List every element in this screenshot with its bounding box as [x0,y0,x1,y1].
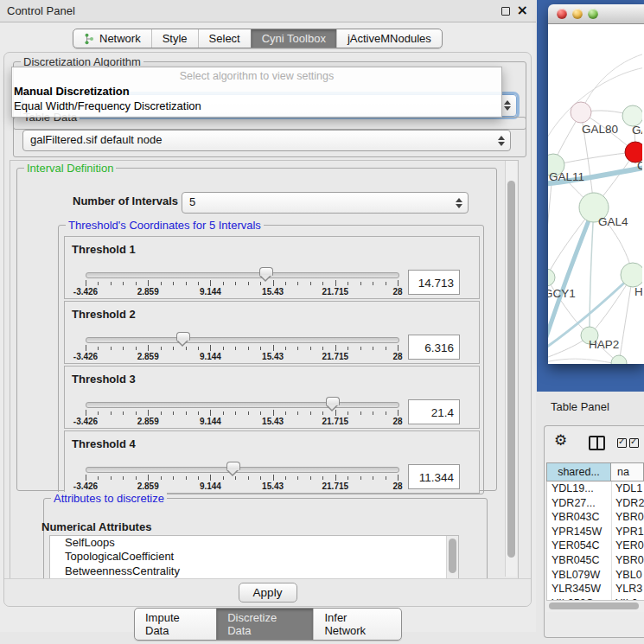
tab-cyni-toolbox[interactable]: Cyni Toolbox [251,29,336,48]
table-header-shared[interactable]: shared... [546,462,611,481]
slider-track[interactable] [86,337,399,343]
network-edge[interactable] [548,359,619,363]
number-of-intervals-label: Number of Intervals [73,194,178,207]
node-label: H [634,285,642,298]
table-row[interactable]: YPR145WYPR1 [547,525,644,539]
table-row[interactable]: YDL19...YDL1 [547,481,644,496]
threshold-box: Threshold 3 -3.4262.8599.14415.4321.7152… [64,366,480,429]
table-body: YDL19...YDL1YDR27...YDR2YBR043CYBR0YPR14… [546,481,644,600]
list-item[interactable]: TopologicalCoefficient [50,550,458,564]
node-label: C [637,159,642,172]
table-row[interactable]: YBL079WYBL0 [547,568,644,583]
tab-select[interactable]: Select [198,29,251,48]
tab-label: jActiveMNodules [348,32,431,45]
slider-track[interactable] [86,467,399,473]
minimize-traffic-light-icon[interactable] [572,9,583,19]
tab-infer-network[interactable]: Infer Network [313,609,401,640]
table-row[interactable]: YLR345WYLR3 [547,582,644,596]
combo-stepper-icon [504,100,511,111]
dropdown-option-manual-discretization[interactable]: Manual Discretization [14,85,130,98]
bottom-tab-bar: Impute DataDiscretize DataInfer Network [134,608,402,641]
close-icon[interactable]: × [517,2,528,18]
dropdown-hint: Select algorithm to view settings [12,70,501,82]
table-row[interactable]: YDR27...YDR2 [547,496,644,511]
close-traffic-light-icon[interactable] [557,9,567,19]
number-of-intervals-combobox[interactable]: 5 [182,192,469,214]
group-title: Attributes to discretize [51,492,167,505]
apply-button[interactable]: Apply [239,583,297,603]
float-window-icon[interactable] [501,7,510,16]
network-node[interactable] [611,355,627,364]
zoom-traffic-light-icon[interactable] [588,9,598,19]
tab-jactivemnodules[interactable]: jActiveMNodules [336,29,442,48]
slider-thumb[interactable] [326,397,340,405]
tab-label: Select [209,32,240,45]
network-edge[interactable] [619,275,633,363]
table-row[interactable]: YBR043CYBR0 [547,510,644,525]
table-header-name[interactable]: na [610,462,644,481]
slider-thumb[interactable] [176,332,190,341]
node-label: GAL80 [582,123,618,136]
scrollbar-thumb[interactable] [507,181,515,558]
network-node[interactable] [621,263,642,287]
tab-style[interactable]: Style [151,29,198,48]
threshold-value-input[interactable]: 21.4 [408,399,460,424]
top-tab-bar: NetworkStyleSelectCyni ToolboxjActiveMNo… [73,29,443,48]
tab-label: Network [99,32,141,45]
control-panel-window: Control Panel × NetworkStyleSelectCyni T… [0,0,536,632]
cyni-toolbox-panel: Discretization Algorithm Select algorith… [3,52,532,607]
threshold-slider[interactable]: -3.4262.8599.14415.4321.71528 [86,431,399,493]
slider-tick-labels: -3.4262.8599.14415.4321.71528 [86,481,399,492]
slider-tick-labels: -3.4262.8599.14415.4321.71528 [86,417,399,427]
network-edge[interactable] [590,207,594,335]
slider-ticks [86,475,399,481]
settings-scroll-viewport: Interval Definition Number of Intervals … [10,160,519,579]
vertical-scrollbar[interactable] [505,161,517,577]
column-divider [611,481,612,600]
screen: Control Panel × NetworkStyleSelectCyni T… [0,0,644,644]
list-scrollbar[interactable] [446,536,458,579]
checkbox-checked-icon[interactable] [629,438,639,448]
slider-thumb[interactable] [226,462,240,470]
table-data-combobox[interactable]: galFiltered.sif default node [22,130,511,151]
network-edge[interactable] [581,54,642,112]
tab-label: Infer Network [324,611,391,637]
threshold-slider[interactable]: -3.4262.8599.14415.4321.71528 [86,302,399,363]
tab-network[interactable]: Network [73,29,151,48]
dropdown-option-equal-width-frequency[interactable]: Equal Width/Frequency Discretization [14,99,201,112]
checkbox-checked-icon[interactable] [617,438,627,448]
list-item[interactable]: SelfLoops [50,536,458,550]
numerical-attributes-list: SelfLoopsTopologicalCoefficientBetweenne… [49,535,459,579]
list-item[interactable]: BetweennessCentrality [50,564,458,578]
network-canvas[interactable]: GAL80GACGAL11GAL4GCY1HHAP2 [548,24,644,364]
threshold-value-input[interactable]: 11.344 [408,464,460,489]
threshold-value-input[interactable]: 6.316 [408,335,460,360]
gear-icon[interactable]: ⚙ [554,431,567,449]
threshold-box: Threshold 1 -3.4262.8599.14415.4321.7152… [64,236,480,299]
column-view-icon[interactable] [589,436,605,450]
slider-track[interactable] [86,402,399,408]
horizontal-scrollbar[interactable] [546,600,644,612]
slider-track[interactable] [86,272,399,278]
threshold-value-input[interactable]: 14.713 [408,270,460,295]
table-row[interactable]: YBR045CYBR0 [547,553,644,568]
slider-thumb[interactable] [259,267,273,276]
tab-label: Style [163,32,188,45]
thresholds-group: Threshold's Coordinates for 5 Intervals … [58,225,484,494]
tab-impute-data[interactable]: Impute Data [135,609,216,640]
interval-definition-group: Interval Definition Number of Intervals … [16,168,497,491]
slider-ticks [86,345,399,352]
tab-label: Impute Data [145,611,206,637]
threshold-slider[interactable]: -3.4262.8599.14415.4321.71528 [86,367,399,428]
network-edge[interactable] [553,152,635,165]
node-label: GCY1 [548,287,576,300]
slider-tick-labels: -3.4262.8599.14415.4321.71528 [86,352,399,362]
threshold-slider[interactable]: -3.4262.8599.14415.4321.71528 [86,237,399,298]
scrollbar-thumb[interactable] [549,603,639,609]
network-node[interactable] [571,102,591,123]
tab-discretize-data[interactable]: Discretize Data [216,609,313,640]
numerical-attributes-label: Numerical Attributes [41,520,151,533]
group-title: Threshold's Coordinates for 5 Intervals [66,219,264,232]
table-row[interactable]: YER054CYER0 [547,539,644,553]
network-node[interactable] [548,269,555,286]
